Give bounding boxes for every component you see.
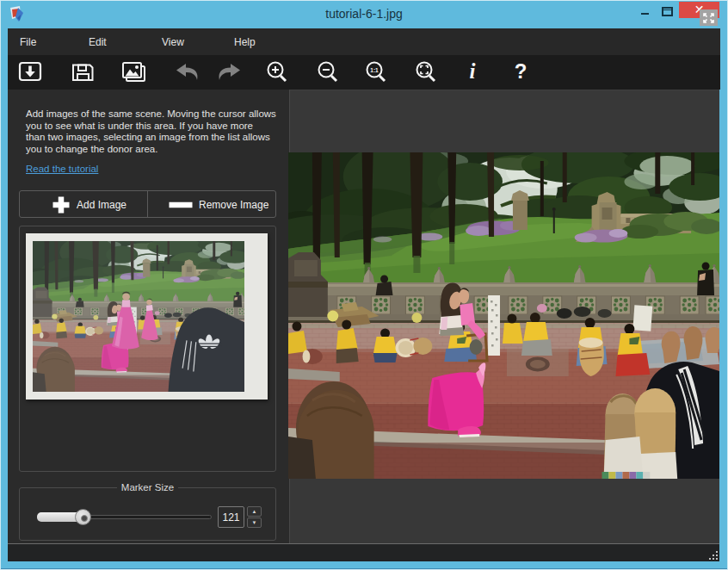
svg-text:1:1: 1:1 <box>370 67 379 73</box>
svg-text:i: i <box>470 59 476 83</box>
svg-text:?: ? <box>515 59 527 83</box>
